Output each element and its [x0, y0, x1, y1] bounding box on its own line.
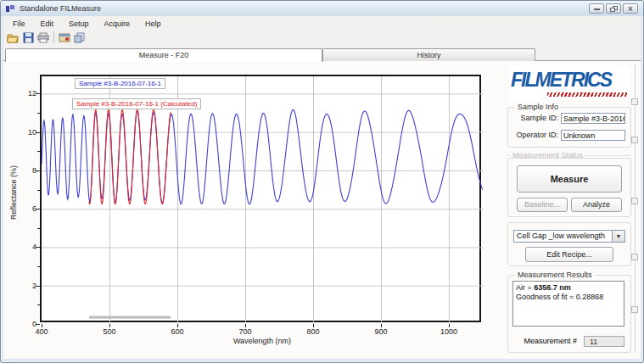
results-text-area[interactable]: Air = 6356.7 nm Goodness of fit = 0.2886…	[512, 281, 624, 327]
x-tick-mark	[245, 324, 246, 327]
y-minor-tick	[37, 190, 40, 191]
y-tick-mark	[36, 286, 40, 287]
save-icon[interactable]	[20, 31, 36, 44]
series-calculated	[89, 110, 171, 204]
recipe-selected-value: Cell Gap _low wavelength	[514, 231, 612, 242]
measure-page: Reflectance (%) Wavelength (nm) Sample #…	[3, 61, 641, 359]
x-tick-label: 1000	[434, 327, 463, 336]
x-tick-label: 800	[299, 327, 328, 336]
y-tick-mark	[36, 170, 40, 171]
spectrum-plot: Sample #3-B-2016-07-16-1 Sample #3-B-201…	[40, 75, 481, 322]
window-title: Standalone FILMeasure	[20, 4, 101, 13]
x-tick-label: 500	[95, 327, 124, 336]
splitter-grip[interactable]	[631, 198, 638, 204]
y-minor-tick	[37, 304, 40, 305]
y-tick-mark	[36, 93, 40, 94]
x-tick-mark	[449, 324, 450, 327]
toolbar-separator	[53, 31, 54, 43]
y-tick-label: 10	[14, 128, 36, 137]
app-window: Standalone FILMeasure × FileEditSetupAcq…	[0, 0, 644, 363]
menu-item-edit[interactable]: Edit	[35, 19, 60, 30]
x-tick-mark	[381, 324, 382, 327]
series-measured	[42, 109, 483, 204]
toolbar	[5, 30, 87, 45]
minimize-icon	[594, 8, 600, 10]
filmetrics-logo: FILMETRICS	[509, 66, 630, 100]
splitter-grip[interactable]	[631, 137, 638, 143]
x-tick-label: 400	[27, 327, 56, 336]
result-air-line: Air = 6356.7 nm	[516, 283, 621, 293]
y-tick-mark	[36, 132, 40, 133]
close-button[interactable]: ×	[623, 3, 638, 14]
menu-bar: FileEditSetupAcquireHelp	[7, 19, 167, 30]
y-tick-label: 12	[14, 89, 36, 98]
spectrum-chart	[42, 76, 483, 324]
measurement-results-group: Measurement Results Air = 6356.7 nm Good…	[507, 275, 631, 353]
x-tick-label: 600	[163, 327, 192, 336]
tab-strip: Measure - F20 History	[3, 47, 641, 61]
splitter-grip[interactable]	[631, 98, 638, 105]
operator-id-input[interactable]: Unknown	[561, 130, 625, 141]
logo-hatch-stripe	[547, 92, 627, 97]
tab-history[interactable]: History	[322, 48, 535, 61]
close-icon: ×	[624, 4, 637, 14]
title-bar: Standalone FILMeasure ×	[1, 1, 643, 16]
air-thickness-value: 6356.7 nm	[534, 283, 571, 292]
logo-text: FILMETRICS	[511, 69, 611, 92]
result-goodness-line: Goodness of fit = 0.28868	[516, 293, 621, 302]
analyze-button[interactable]: Analyze	[571, 198, 622, 212]
restore-button[interactable]	[606, 3, 621, 14]
x-tick-mark	[109, 324, 110, 327]
menu-item-help[interactable]: Help	[139, 19, 167, 30]
menu-item-file[interactable]: File	[7, 19, 31, 30]
app-icon	[6, 5, 14, 13]
x-tick-mark	[177, 324, 178, 327]
legend-measured: Sample #3-B-2016-07-16-1	[75, 78, 165, 89]
x-tick-label: 700	[231, 327, 260, 336]
menu-item-setup[interactable]: Setup	[63, 19, 95, 30]
operator-id-label: Operator ID:	[512, 131, 561, 139]
y-tick-mark	[36, 209, 40, 209]
setup-acquire-icon[interactable]	[57, 31, 72, 44]
sample-info-group: Sample Info Sample ID: Sample #3-B-2016-…	[507, 107, 631, 148]
sample-id-input[interactable]: Sample #3-B-2016-07-16-1	[561, 113, 625, 124]
y-tick-label: 2	[14, 282, 36, 290]
baseline-button[interactable]: Baseline...	[517, 198, 568, 212]
y-tick-mark	[36, 324, 40, 325]
sample-id-label: Sample ID:	[512, 114, 561, 122]
splitter-grip[interactable]	[631, 306, 638, 313]
x-axis-title: Wavelength (nm)	[194, 337, 330, 345]
chevron-down-icon[interactable]: ▼	[612, 231, 624, 242]
sample-info-title: Sample Info	[515, 103, 561, 111]
minimize-button[interactable]	[589, 3, 604, 14]
print-icon[interactable]	[36, 31, 51, 44]
control-panel: FILMETRICS Sample Info Sample ID: Sample…	[506, 61, 635, 361]
y-minor-tick	[37, 266, 40, 267]
recipe-select[interactable]: Cell Gap _low wavelength ▼	[513, 230, 625, 243]
menu-item-acquire[interactable]: Acquire	[98, 19, 137, 30]
x-tick-label: 900	[367, 327, 395, 336]
measurement-number-label: Measurement #	[524, 337, 577, 345]
fit-wavelength-range-bar[interactable]	[89, 316, 171, 319]
y-minor-tick	[37, 151, 40, 152]
measure-group: Measure Baseline... Analyze	[507, 158, 631, 217]
y-minor-tick	[37, 228, 40, 229]
measurement-results-title: Measurement Results	[515, 271, 595, 279]
x-tick-mark	[42, 324, 42, 327]
y-tick-label: 4	[14, 243, 36, 251]
copy-spectrum-icon[interactable]	[72, 31, 87, 44]
recipe-group: Cell Gap _low wavelength ▼ Edit Recipe..…	[507, 222, 631, 266]
y-tick-label: 8	[14, 166, 36, 175]
splitter-grip[interactable]	[631, 254, 638, 260]
tab-measure-f20[interactable]: Measure - F20	[5, 48, 322, 62]
y-minor-tick	[37, 113, 40, 114]
measurement-number-field: 11	[584, 336, 624, 347]
open-file-icon[interactable]	[5, 31, 20, 44]
x-tick-mark	[313, 324, 314, 327]
y-tick-label: 6	[14, 204, 36, 213]
legend-calculated: Sample #3-B-2016-07-16-1 (Calculated)	[72, 98, 201, 109]
measure-button[interactable]: Measure	[517, 165, 622, 193]
y-tick-mark	[36, 247, 40, 248]
edit-recipe-button[interactable]: Edit Recipe...	[525, 247, 613, 262]
